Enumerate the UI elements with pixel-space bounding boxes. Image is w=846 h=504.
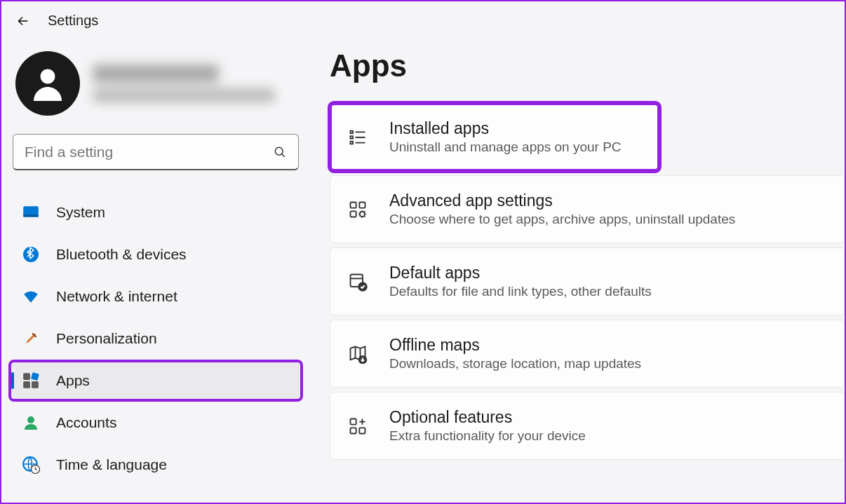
accounts-icon <box>21 413 41 433</box>
card-desc: Extra functionality for your device <box>389 428 586 444</box>
svg-rect-15 <box>351 202 356 207</box>
card-optional-features[interactable]: Optional features Extra functionality fo… <box>330 392 845 460</box>
card-title: Default apps <box>389 264 652 282</box>
person-icon <box>27 62 69 104</box>
search-input[interactable] <box>25 144 273 161</box>
card-text: Advanced app settings Choose where to ge… <box>389 191 735 227</box>
app-gear-icon <box>347 199 368 220</box>
card-text: Installed apps Uninstall and manage apps… <box>389 119 622 155</box>
profile-section[interactable] <box>10 41 302 131</box>
wifi-icon <box>21 287 41 306</box>
nav-item-network[interactable]: Network & internet <box>10 277 302 316</box>
svg-rect-7 <box>23 381 30 388</box>
card-desc: Uninstall and manage apps on your PC <box>389 139 622 155</box>
card-text: Optional features Extra functionality fo… <box>389 408 586 444</box>
map-download-icon <box>347 343 368 365</box>
card-installed-apps[interactable]: Installed apps Uninstall and manage apps… <box>330 103 659 171</box>
svg-rect-8 <box>32 381 39 388</box>
nav-item-time-language[interactable]: Time & language <box>10 445 302 484</box>
svg-rect-16 <box>359 202 365 207</box>
svg-rect-24 <box>359 428 365 433</box>
nav-label: Network & internet <box>56 288 177 305</box>
card-offline-maps[interactable]: Offline maps Downloads, storage location… <box>330 320 845 388</box>
globe-clock-icon <box>21 455 41 475</box>
svg-rect-12 <box>351 130 354 133</box>
arrow-left-icon <box>15 13 31 29</box>
nav-label: Time & language <box>56 456 167 473</box>
sidebar: System Bluetooth & devices Network & int… <box>1 33 310 496</box>
nav-label: Accounts <box>56 414 116 431</box>
back-button[interactable] <box>15 13 31 29</box>
cards-list: Installed apps Uninstall and manage apps… <box>330 103 845 460</box>
bluetooth-icon <box>21 245 41 264</box>
nav-list: System Bluetooth & devices Network & int… <box>10 183 302 484</box>
main-content: Apps Installed apps Uninstall and manage… <box>310 33 845 496</box>
paintbrush-icon <box>21 329 41 348</box>
svg-point-4 <box>23 247 39 262</box>
list-icon <box>347 127 368 148</box>
svg-rect-14 <box>351 141 354 144</box>
svg-rect-3 <box>23 214 39 217</box>
card-title: Optional features <box>389 408 586 427</box>
svg-rect-22 <box>351 418 356 424</box>
svg-point-0 <box>41 69 55 84</box>
svg-point-9 <box>27 416 34 423</box>
svg-rect-5 <box>23 373 30 380</box>
card-text: Offline maps Downloads, storage location… <box>389 336 641 372</box>
card-title: Installed apps <box>389 119 622 138</box>
nav-item-accounts[interactable]: Accounts <box>10 403 302 442</box>
nav-label: Apps <box>56 372 90 389</box>
svg-point-1 <box>275 147 283 155</box>
avatar <box>15 51 80 116</box>
page-heading: Apps <box>330 48 845 83</box>
profile-text <box>93 64 296 102</box>
svg-rect-13 <box>351 136 354 139</box>
nav-item-bluetooth[interactable]: Bluetooth & devices <box>10 235 302 274</box>
nav-label: Personalization <box>56 330 157 347</box>
card-desc: Downloads, storage location, map updates <box>389 356 641 372</box>
card-default-apps[interactable]: Default apps Defaults for file and link … <box>330 247 845 315</box>
card-desc: Choose where to get apps, archive apps, … <box>389 212 735 227</box>
nav-item-apps[interactable]: Apps <box>10 361 302 400</box>
app-check-icon <box>347 271 368 292</box>
display-icon <box>21 203 41 222</box>
apps-icon <box>21 371 41 390</box>
svg-rect-6 <box>31 372 39 381</box>
card-desc: Defaults for file and link types, other … <box>389 284 652 299</box>
card-title: Advanced app settings <box>389 191 735 210</box>
window-title: Settings <box>48 13 98 29</box>
nav-item-system[interactable]: System <box>10 193 302 232</box>
nav-label: Bluetooth & devices <box>56 246 187 263</box>
svg-rect-17 <box>351 211 356 217</box>
app-plus-icon <box>347 416 368 437</box>
nav-label: System <box>56 204 105 221</box>
search-box[interactable] <box>13 134 299 170</box>
titlebar: Settings <box>1 1 845 33</box>
card-text: Default apps Defaults for file and link … <box>389 264 652 299</box>
svg-rect-23 <box>351 428 356 433</box>
card-advanced-app-settings[interactable]: Advanced app settings Choose where to ge… <box>330 175 845 243</box>
card-title: Offline maps <box>389 336 641 355</box>
nav-item-personalization[interactable]: Personalization <box>10 319 302 358</box>
search-icon <box>273 145 287 159</box>
